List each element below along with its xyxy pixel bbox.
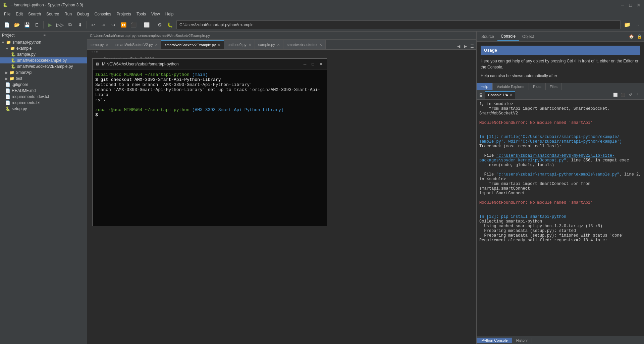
tree-label: smartapi-python: [12, 40, 41, 45]
menu-source[interactable]: Source: [44, 11, 62, 17]
tab-label: untitled0.py: [227, 43, 246, 47]
clear-console-button[interactable]: ⬜: [612, 92, 619, 98]
path-bar[interactable]: [176, 20, 621, 29]
save-button[interactable]: 💾: [22, 20, 32, 30]
tree-item-smartapi[interactable]: ▶ 📁 SmartApi: [0, 69, 87, 76]
tab-label: smartWebSocketv2Example.py: [165, 43, 216, 47]
terminal-maximize-button[interactable]: □: [310, 61, 316, 67]
tab-navigation: ◀ ▶ ☰: [454, 43, 476, 49]
console-options-button[interactable]: ⋮: [635, 92, 641, 98]
step-into-button[interactable]: ↩: [89, 20, 98, 30]
tree-item-requirements[interactable]: 📄 requirements.txt: [0, 100, 87, 106]
tab-next-button[interactable]: ▶: [462, 43, 468, 49]
tree-item-example[interactable]: ▼ 📁 example: [0, 45, 87, 51]
tree-item-sample-py[interactable]: 🐍 sample.py: [0, 51, 87, 57]
sub-tab-plots[interactable]: Plots: [529, 83, 545, 90]
continue-button[interactable]: ⏩: [119, 20, 128, 30]
menu-consoles[interactable]: Consoles: [92, 11, 114, 17]
console-tab-label: Console 1/A: [488, 93, 508, 97]
stop-kernel-button[interactable]: ⬛: [620, 92, 626, 98]
run-selection-button[interactable]: ⬇: [75, 20, 85, 30]
expand-right-button[interactable]: →: [633, 20, 642, 30]
terminal-close-button[interactable]: ✕: [318, 61, 324, 67]
tab-prev-button[interactable]: ◀: [455, 43, 462, 49]
debug-icon[interactable]: 🐛: [165, 20, 174, 30]
tab-smartwebsocketex[interactable]: smartwebsocketex ✕: [283, 40, 326, 49]
sub-tab-files[interactable]: Files: [546, 83, 562, 90]
terminal-window: 🖥 MINGW64:/c/Users/zubair/smartapi-pytho…: [92, 58, 327, 226]
ipython-console-tab[interactable]: IPython Console: [477, 338, 512, 343]
sidebar-menu-icon[interactable]: ≡: [44, 33, 85, 37]
menu-tools[interactable]: Tools: [134, 11, 149, 17]
run-cell-button[interactable]: ▷▷: [55, 20, 65, 30]
right-panel-tabs: Source Console Object 🏠 🔒: [477, 32, 644, 42]
breadcrumb: C:\Users\zubair\smartapi-python\example\…: [87, 32, 476, 40]
open-file-button[interactable]: 📂: [12, 20, 21, 30]
menu-search[interactable]: Search: [25, 11, 44, 17]
tab-close-icon[interactable]: ✕: [277, 43, 280, 47]
menu-run[interactable]: Run: [62, 11, 74, 17]
maximize-button[interactable]: □: [628, 2, 633, 8]
tree-item-setup-py[interactable]: 🐍 setup.py: [0, 106, 87, 112]
terminal-output-3: ry'.: [95, 97, 324, 102]
menu-debug[interactable]: Debug: [74, 11, 92, 17]
menu-edit[interactable]: Edit: [13, 11, 25, 17]
terminal-minimize-button[interactable]: ─: [302, 61, 308, 67]
tab-untitled0[interactable]: untitled0.py ✕: [224, 40, 255, 49]
tree-item-smartwebsocketv2example[interactable]: 🐍 smartWebSocketv2Example.py: [0, 63, 87, 69]
browse-folder-button[interactable]: 📁: [623, 20, 632, 30]
terminal-cmd-text: $ git checkout AMX-3393-Smart-Api-Python…: [95, 77, 221, 82]
tab-close-icon[interactable]: ✕: [155, 43, 158, 47]
toolbar-separator-3: [140, 21, 140, 29]
tree-item-test[interactable]: ▶ 📁 test: [0, 76, 87, 82]
run-cell-advance-button[interactable]: ⧉: [65, 20, 75, 30]
close-button[interactable]: ✕: [636, 2, 641, 8]
tab-close-icon[interactable]: ✕: [319, 43, 322, 47]
tab-source[interactable]: Source: [478, 33, 497, 40]
console-using-cached: Using cached smartapi-python-1.3.0.tar.g…: [479, 224, 641, 229]
py-file-icon: 🐍: [11, 58, 16, 63]
minimize-button[interactable]: ─: [620, 2, 625, 8]
save-as-button[interactable]: 🗒: [32, 20, 42, 30]
restart-kernel-button[interactable]: ↺: [627, 92, 633, 98]
tab-close-icon[interactable]: ✕: [218, 43, 220, 47]
tab-console[interactable]: Console: [497, 33, 519, 41]
tab-temp-py[interactable]: temp.py ✕: [87, 40, 112, 49]
lock-icon[interactable]: 🔒: [636, 33, 643, 40]
history-tab[interactable]: History: [512, 338, 532, 343]
new-file-button[interactable]: 📄: [2, 20, 11, 30]
stop-button[interactable]: ⬛: [129, 20, 138, 30]
tab-sample[interactable]: sample.py ✕: [255, 40, 283, 49]
menu-projects[interactable]: Projects: [114, 11, 134, 17]
help-body-2: Help can also be shown automatically aft…: [481, 73, 640, 79]
home-icon[interactable]: 🏠: [628, 33, 635, 40]
run-button[interactable]: ▶: [45, 20, 55, 30]
tree-item-smartwebsocketexample[interactable]: 🐍 smartwebsocketexample.py: [0, 57, 87, 63]
step-over-button[interactable]: ⇥: [99, 20, 108, 30]
tab-smartwebsocketv2example[interactable]: smartWebSocketv2Example.py ✕: [161, 40, 224, 49]
sub-tab-variable-explorer[interactable]: Variable Explorer: [493, 83, 529, 90]
tab-menu-button[interactable]: ☰: [469, 43, 475, 49]
step-out-button[interactable]: ↪: [109, 20, 118, 30]
maximise-panel-button[interactable]: ⬜: [142, 20, 151, 30]
editor-tabs: temp.py ✕ smartWebSocketV2.py ✕ smartWeb…: [87, 40, 476, 50]
console-in-module: in <module>: [479, 177, 641, 182]
tab-object[interactable]: Object: [519, 33, 537, 40]
tree-label: smartwebsocketexample.py: [17, 58, 67, 63]
preferences-button[interactable]: ⚙: [155, 20, 164, 30]
tree-item-gitignore[interactable]: 📄 .gitignore: [0, 82, 87, 88]
tree-item-readme[interactable]: 📄 README.md: [0, 88, 87, 94]
menu-view[interactable]: View: [149, 11, 163, 17]
menu-help[interactable]: Help: [163, 11, 176, 17]
sub-tab-help[interactable]: Help: [477, 83, 493, 90]
console-tab-1[interactable]: Console 1/A ✕: [485, 91, 515, 99]
tree-item-requirements-dev[interactable]: 📄 requirements_dev.txt: [0, 94, 87, 100]
tree-item-smartapi-python[interactable]: ▼ 📁 smartapi-python: [0, 39, 87, 45]
console-tab-close[interactable]: ✕: [509, 93, 512, 97]
terminal-branch-2: (AMX-3393-Smart-Api-Python-Library): [192, 107, 284, 112]
tab-close-icon[interactable]: ✕: [106, 43, 108, 47]
terminal-content[interactable]: zubair@uco MINGW64 ~/smartapi-python (ma…: [93, 69, 327, 226]
tab-smartwebsocketv2[interactable]: smartWebSocketV2.py ✕: [112, 40, 161, 49]
menu-file[interactable]: File: [1, 11, 13, 17]
tab-close-icon[interactable]: ✕: [249, 43, 251, 47]
